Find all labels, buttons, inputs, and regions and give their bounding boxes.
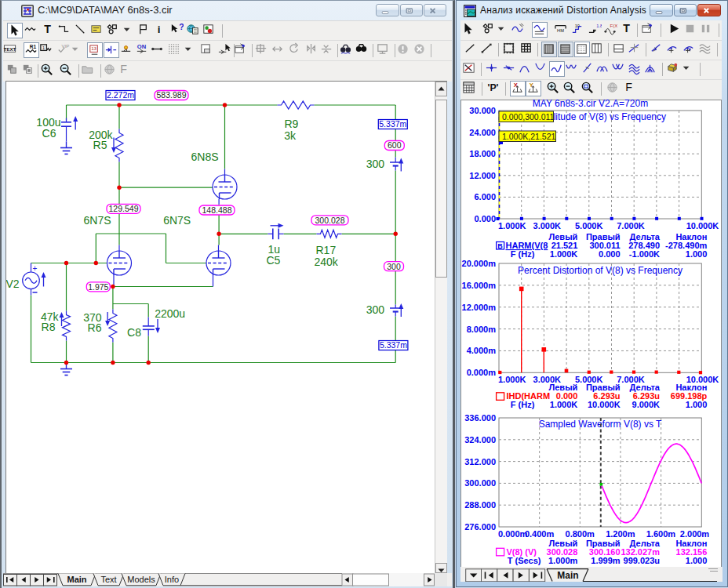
svg-text:R5: R5 — [93, 138, 107, 151]
svg-text:6N7S: 6N7S — [163, 214, 191, 227]
svg-text:T: T — [44, 23, 51, 35]
svg-text:5.337m: 5.337m — [379, 340, 406, 350]
svg-text:C6: C6 — [42, 126, 56, 139]
svg-text:1: 1 — [42, 45, 45, 50]
svg-text:129.549: 129.549 — [108, 204, 138, 213]
svg-text:Text: Text — [100, 575, 116, 584]
svg-text:6N8S: 6N8S — [191, 151, 218, 163]
svg-text:R17: R17 — [315, 243, 336, 256]
svg-text:F: F — [120, 63, 127, 75]
svg-text:+: + — [32, 264, 37, 273]
svg-text:C5: C5 — [266, 253, 280, 266]
svg-text:6N7S: 6N7S — [83, 214, 111, 227]
svg-text:13: 13 — [91, 45, 96, 51]
svg-text:R1: R1 — [30, 44, 37, 49]
svg-text:?: ? — [179, 23, 184, 31]
svg-text:Main: Main — [67, 575, 86, 584]
svg-text:R8: R8 — [41, 321, 55, 333]
svg-text:ON: ON — [137, 43, 146, 50]
svg-text:i: i — [158, 24, 161, 35]
svg-text:5.337m: 5.337m — [379, 119, 406, 129]
svg-text:583.989: 583.989 — [156, 90, 186, 100]
svg-text:C8: C8 — [127, 325, 141, 338]
svg-text:Models: Models — [127, 575, 155, 584]
svg-text:300: 300 — [366, 157, 384, 169]
svg-text:300: 300 — [366, 303, 384, 315]
svg-text:2.272m: 2.272m — [106, 90, 133, 100]
svg-text:600: 600 — [388, 140, 402, 150]
svg-text:240k: 240k — [314, 255, 338, 267]
svg-text:148.488: 148.488 — [202, 205, 231, 214]
svg-text:VIP: VIP — [62, 43, 70, 49]
svg-text:300: 300 — [387, 261, 401, 270]
svg-text:1.975: 1.975 — [88, 281, 108, 291]
svg-text:300.028: 300.028 — [315, 215, 344, 224]
svg-text:2200u: 2200u — [155, 307, 185, 319]
svg-text:R6: R6 — [87, 321, 101, 334]
svg-text:TEXT: TEXT — [4, 46, 16, 52]
svg-text:3k: 3k — [284, 129, 297, 141]
svg-text:Info: Info — [165, 575, 179, 584]
svg-text:V2: V2 — [6, 278, 20, 290]
